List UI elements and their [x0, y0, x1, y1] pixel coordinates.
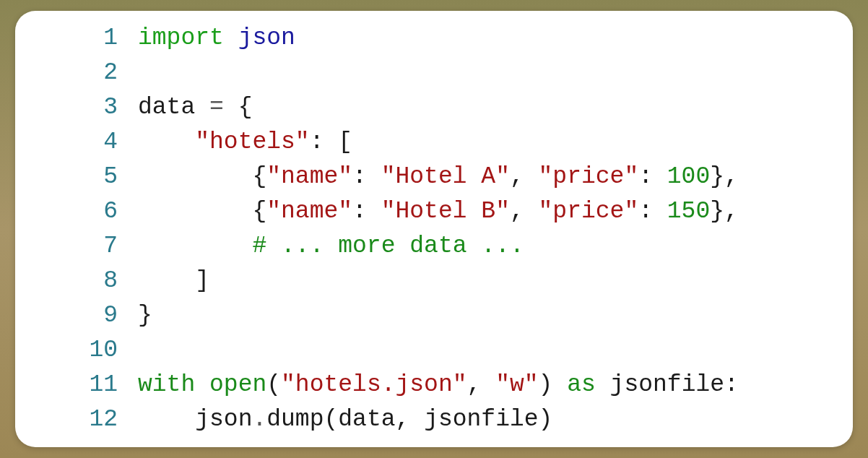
code-token: ]	[195, 267, 209, 294]
code-line: 7 # ... more data ...	[15, 229, 853, 264]
code-token	[224, 25, 238, 51]
code-token	[367, 163, 381, 190]
line-number: 6	[15, 194, 138, 229]
code-token	[224, 94, 238, 121]
code-content: "hotels": [	[138, 125, 352, 160]
code-content: with open("hotels.json", "w") as jsonfil…	[138, 368, 739, 402]
code-token: data	[338, 406, 395, 433]
code-token: open	[209, 371, 266, 398]
code-token: jsonfile	[610, 371, 724, 398]
code-token: ,	[396, 406, 410, 433]
code-token: dump	[266, 406, 324, 433]
code-token: "price"	[539, 198, 639, 225]
code-token: as	[567, 371, 596, 398]
code-token: # ... more data ...	[252, 233, 524, 259]
code-token: jsonfile	[424, 406, 538, 433]
code-line: 11with open("hotels.json", "w") as jsonf…	[15, 368, 853, 402]
code-line: 9}	[15, 298, 853, 333]
code-token	[138, 163, 252, 190]
code-token: (	[324, 406, 338, 433]
code-token	[138, 233, 252, 259]
code-token: ,	[467, 371, 482, 398]
code-token: import	[138, 25, 224, 51]
line-number: 1	[15, 21, 138, 56]
code-token: "price"	[539, 163, 639, 190]
code-token: (	[266, 371, 281, 398]
code-token	[138, 406, 195, 433]
code-token	[195, 94, 209, 121]
line-number: 11	[15, 368, 138, 402]
code-token: =	[209, 94, 224, 121]
code-content: # ... more data ...	[138, 229, 524, 264]
code-token: "Hotel B"	[381, 198, 510, 225]
code-token: :	[310, 129, 324, 155]
line-number: 8	[15, 264, 138, 298]
code-token: "hotels"	[195, 129, 309, 155]
code-token	[524, 163, 539, 190]
code-token: )	[539, 371, 553, 398]
code-token	[552, 371, 567, 398]
code-token: json	[238, 25, 295, 51]
code-content: import json	[138, 21, 295, 56]
code-token: "Hotel A"	[381, 163, 510, 190]
line-number: 3	[15, 90, 138, 125]
code-token: :	[638, 163, 653, 190]
code-token: .	[252, 406, 266, 433]
code-token	[409, 406, 424, 433]
code-block: 1import json23data = {4 "hotels": [5 {"n…	[15, 11, 853, 447]
code-token	[367, 198, 381, 225]
code-token: :	[352, 163, 367, 190]
code-token: 100	[667, 163, 710, 190]
code-content: {"name": "Hotel B", "price": 150},	[138, 194, 739, 229]
code-token	[138, 129, 195, 155]
code-token: with	[138, 371, 195, 398]
code-content: data = {	[138, 90, 252, 125]
code-token	[324, 129, 338, 155]
code-line: 1import json	[15, 21, 853, 56]
code-token: },	[710, 198, 739, 225]
code-token: }	[138, 302, 152, 329]
code-token: "name"	[266, 198, 352, 225]
code-token: {	[252, 163, 266, 190]
code-token: )	[539, 406, 553, 433]
code-token: json	[195, 406, 252, 433]
code-content: }	[138, 298, 152, 333]
line-number: 7	[15, 229, 138, 264]
code-token: ,	[510, 198, 524, 225]
code-line: 8 ]	[15, 264, 853, 298]
code-line: 10	[15, 333, 853, 368]
line-number: 5	[15, 160, 138, 194]
code-content: {"name": "Hotel A", "price": 100},	[138, 160, 739, 194]
code-token: 150	[667, 198, 710, 225]
code-token: "w"	[495, 371, 538, 398]
code-token: },	[710, 163, 739, 190]
code-token: [	[338, 129, 352, 155]
code-content: ]	[138, 264, 209, 298]
code-token	[138, 198, 252, 225]
code-token	[481, 371, 495, 398]
code-token	[653, 198, 667, 225]
code-token	[195, 371, 209, 398]
line-number: 2	[15, 56, 138, 90]
code-token	[596, 371, 610, 398]
code-line: 3data = {	[15, 90, 853, 125]
code-token	[653, 163, 667, 190]
line-number: 4	[15, 125, 138, 160]
code-token: "hotels.json"	[281, 371, 466, 398]
code-token	[138, 267, 195, 294]
line-number: 10	[15, 333, 138, 368]
code-token: :	[638, 198, 653, 225]
code-content: json.dump(data, jsonfile)	[138, 402, 552, 437]
code-line: 2	[15, 56, 853, 90]
code-token	[524, 198, 539, 225]
code-token: "name"	[266, 163, 352, 190]
code-token: ,	[510, 163, 524, 190]
code-line: 5 {"name": "Hotel A", "price": 100},	[15, 160, 853, 194]
code-token: :	[724, 371, 739, 398]
code-line: 12 json.dump(data, jsonfile)	[15, 402, 853, 437]
line-number: 12	[15, 402, 138, 437]
line-number: 9	[15, 298, 138, 333]
code-token: :	[352, 198, 367, 225]
code-line: 6 {"name": "Hotel B", "price": 150},	[15, 194, 853, 229]
code-token: {	[238, 94, 253, 121]
